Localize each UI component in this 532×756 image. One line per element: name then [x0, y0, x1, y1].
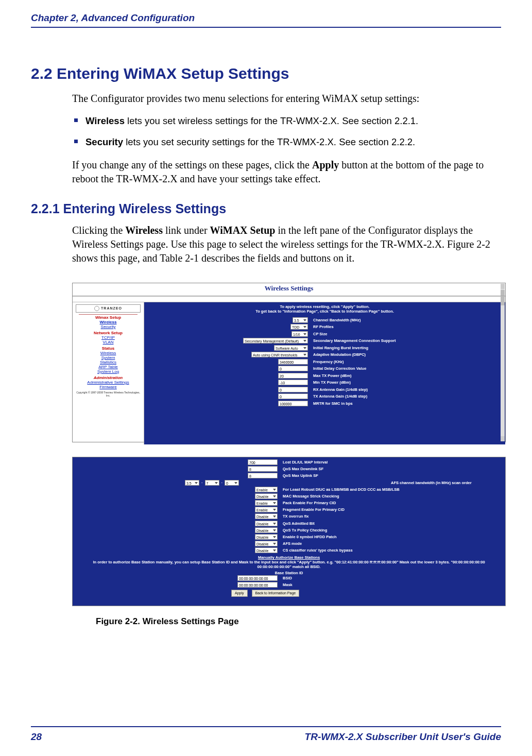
text-input[interactable]: 8 — [248, 473, 278, 478]
select-field[interactable]: Secondary Management (Default) — [243, 338, 308, 343]
field-label: Fragment Enable For Primary CID — [283, 507, 345, 512]
form-row: 1/16CP Size — [148, 331, 501, 337]
field-label: MAC Message Strick Checking — [283, 494, 339, 499]
select-field[interactable]: Enable — [255, 500, 278, 506]
select-field[interactable]: Disable — [255, 547, 278, 553]
text-input[interactable]: 20 — [278, 373, 308, 379]
field-label: Pack Enable For Primary CID — [283, 501, 336, 505]
sidebar-link-status-wireless[interactable]: Wireless — [73, 351, 144, 355]
wireless-paragraph: Clicking the Wireless link under WiMAX S… — [72, 224, 501, 265]
scrollbar[interactable] — [501, 284, 505, 441]
text-input[interactable]: 0 — [278, 387, 308, 392]
select-field[interactable]: Enable — [255, 507, 278, 512]
form-row: TDDRF Profiles — [148, 324, 501, 330]
form-row: 3.5Channel Bandwidth (MHz) — [148, 317, 501, 323]
afs-scan-order-row: 3.5 - 7 - 0 AFS channel bandwidth (in MH… — [77, 480, 501, 486]
form-row: DisableAFS mode — [77, 541, 501, 546]
field-label: QoS Max Uplink SF — [283, 473, 318, 478]
sidebar-link-admin-settings[interactable]: Administrative Settings — [73, 380, 144, 385]
afs-field-1[interactable]: 3.5 — [185, 480, 199, 486]
sidebar-link-tcpip[interactable]: TCP/IP — [73, 335, 144, 340]
form-row: -10Min TX Power (dBm) — [148, 380, 501, 385]
manual-authorize-heading: Manually Authorize Base Stations — [77, 555, 501, 560]
select-field[interactable]: Auto using CINR thresholds — [251, 352, 308, 357]
sidebar-heading-wimax-setup: Wimax Setup — [73, 315, 144, 320]
field-label: For Least Robust DIUC as LSB/MSB and DCD… — [283, 487, 400, 492]
sidebar-link-wireless[interactable]: Wireless — [73, 320, 144, 324]
form-row: 0Initial Delay Correction Value — [148, 366, 501, 371]
wimax-setup-bold: WiMAX Setup — [210, 225, 276, 236]
scroll-down-arrow-icon[interactable] — [501, 436, 505, 441]
wireless-settings-panel: To apply wireless resetting, click "Appl… — [144, 302, 505, 444]
select-field[interactable]: TDD — [290, 324, 308, 330]
tranzeo-logo: TRANZEO — [76, 304, 141, 313]
field-label: QoS Tx Policy Checking — [283, 528, 327, 532]
sidebar-heading-administration: Administration — [73, 375, 144, 380]
field-label: Initial Ranging Burst Inverting — [313, 346, 368, 350]
text-input[interactable]: 100000 — [278, 401, 308, 406]
field-label: AFS mode — [283, 541, 302, 546]
select-field[interactable]: Enable — [255, 487, 278, 492]
select-field[interactable]: Disable — [255, 521, 278, 526]
form-row: DisableMAC Message Strick Checking — [77, 493, 501, 499]
field-label: RX Antenna Gain (1/4dB step) — [313, 387, 368, 392]
text-input[interactable]: 3460000 — [278, 359, 308, 365]
form-row: DisableCS classifier rules' type check b… — [77, 547, 501, 553]
sidebar-link-firmware[interactable]: Firmware — [73, 385, 144, 389]
select-field[interactable]: 1/16 — [291, 331, 308, 337]
sidebar-link-status-statistics[interactable]: Statistics — [73, 360, 144, 365]
bsid-input[interactable]: 00:00:00:00:00:00 — [237, 575, 278, 581]
sidebar-heading-network-setup: Network Setup — [73, 331, 144, 335]
form-row: 0RX Antenna Gain (1/4dB step) — [148, 387, 501, 392]
sidebar-link-vlan[interactable]: VLAN — [73, 340, 144, 345]
text-input[interactable]: -10 — [278, 380, 308, 385]
page-footer: 28 TR-WMX-2.X Subscriber Unit User's Gui… — [31, 726, 501, 743]
select-field[interactable]: Disable — [255, 493, 278, 499]
select-field[interactable]: Software Auto — [274, 345, 308, 351]
field-label: Enable 0 symbol HFDD Patch — [283, 535, 337, 539]
sidebar-link-status-syslog[interactable]: System Log — [73, 369, 144, 374]
form-row: Auto using CINR thresholdsAdaptive Modul… — [148, 352, 501, 357]
field-label: Frequency (KHz) — [313, 359, 344, 364]
form-row: EnableFor Least Robust DIUC as LSB/MSB a… — [77, 487, 501, 492]
form-row: DisableEnable 0 symbol HFDD Patch — [77, 534, 501, 540]
form-row: 8QoS Max Downlink SF — [77, 466, 501, 472]
text: If you change any of the settings on the… — [72, 159, 312, 170]
text-input[interactable]: 0 — [278, 366, 308, 371]
field-label: QoS Admitted Bit — [283, 521, 315, 526]
sidebar-link-status-system[interactable]: System — [73, 355, 144, 360]
bullet-bold: Security — [85, 136, 123, 147]
mask-input[interactable]: 00:00:00:00:00:00 — [237, 582, 278, 588]
field-label: Max TX Power (dBm) — [313, 373, 352, 378]
apply-button[interactable]: Apply — [231, 590, 248, 597]
select-field[interactable]: Disable — [255, 534, 278, 540]
form-row: 8QoS Max Uplink SF — [77, 473, 501, 478]
form-row: 20Max TX Power (dBm) — [148, 373, 501, 379]
sidebar-nav: TRANZEO Wimax Setup Wireless Security Ne… — [73, 302, 144, 444]
manual-authorize-note: In order to authorize Base Station manua… — [77, 560, 501, 569]
wireless-bold: Wireless — [125, 225, 163, 236]
text: link under — [163, 225, 210, 236]
divider — [73, 296, 505, 302]
text-input[interactable]: 700 — [248, 459, 278, 465]
apply-paragraph: If you change any of the settings on the… — [72, 158, 501, 186]
afs-field-2[interactable]: 7 — [205, 480, 219, 486]
running-header: Chapter 2, Advanced Configuration — [31, 12, 501, 28]
back-to-information-button[interactable]: Back to Information Page — [252, 590, 300, 597]
select-field[interactable]: Disable — [255, 513, 278, 519]
panel-instruction: To apply wireless resetting, click "Appl… — [148, 304, 501, 314]
field-label: Channel Bandwidth (MHz) — [313, 318, 361, 322]
afs-field-3[interactable]: 0 — [225, 480, 239, 486]
figure-caption: Figure 2-2. Wireless Settings Page — [96, 616, 501, 627]
select-field[interactable]: Disable — [255, 541, 278, 546]
text-input[interactable]: 0 — [278, 393, 308, 399]
sidebar-link-security[interactable]: Security — [73, 324, 144, 329]
text-input[interactable]: 8 — [248, 466, 278, 472]
select-field[interactable]: 3.5 — [293, 317, 308, 323]
apply-bold: Apply — [312, 159, 339, 170]
page-number: 28 — [31, 731, 42, 743]
field-label: MRTR for SMC in bps — [313, 401, 353, 406]
bsid-label: BSID — [283, 576, 292, 580]
sidebar-link-status-arp[interactable]: ARP Table — [73, 365, 144, 369]
select-field[interactable]: Disable — [255, 527, 278, 533]
